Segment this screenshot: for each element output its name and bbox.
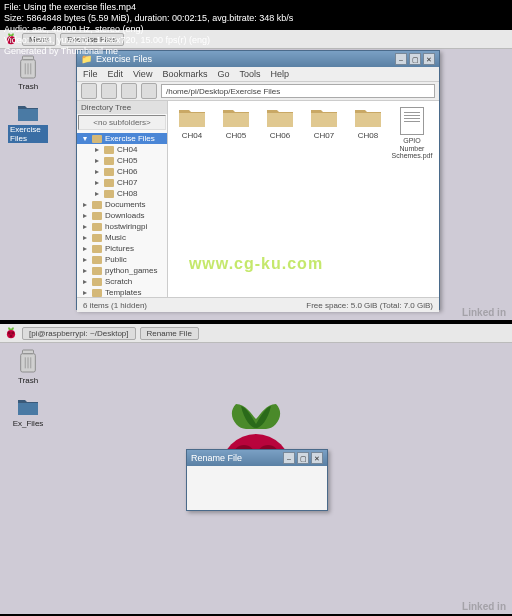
trash-label: Trash	[18, 376, 38, 385]
linkedin-watermark: Linked in	[462, 307, 506, 318]
folder-label: Ex_Files	[13, 419, 44, 428]
tree-header: Directory Tree	[77, 101, 167, 114]
tree-item[interactable]: ▸Public	[77, 254, 167, 265]
tree-item[interactable]: ▸hostwiringpi	[77, 221, 167, 232]
folder-icon	[92, 278, 102, 286]
pdf-item[interactable]: GPIO Number Schemes.pdf	[394, 107, 430, 160]
tree-item[interactable]: ▸Scratch	[77, 276, 167, 287]
tree-item[interactable]: ▸Documents	[77, 199, 167, 210]
desktop[interactable]: Menu Exercise Files Trash Exercise Files…	[0, 30, 512, 320]
minimize-button[interactable]: –	[395, 53, 407, 65]
close-button[interactable]: ✕	[423, 53, 435, 65]
folder-icon	[92, 267, 102, 275]
nav-fwd-icon[interactable]	[101, 83, 117, 99]
svg-rect-14	[23, 350, 34, 354]
tree-item[interactable]: ▸python_games	[77, 265, 167, 276]
tree-item[interactable]: ▸Pictures	[77, 243, 167, 254]
directory-tree: Directory Tree <no subfolders> ▾Exercise…	[77, 101, 168, 297]
folder-icon	[92, 201, 102, 209]
taskbar-item-terminal[interactable]: [pi@raspberrypi: ~/Desktop]	[22, 327, 136, 340]
menu-edit[interactable]: Edit	[108, 69, 124, 79]
tree-item[interactable]: ▸Music	[77, 232, 167, 243]
tree-item[interactable]: ▸CH07	[77, 177, 167, 188]
folder-icon	[92, 212, 102, 220]
pdf-icon	[400, 107, 424, 135]
trash-icon[interactable]: Trash	[8, 54, 48, 91]
svg-point-12	[10, 334, 13, 337]
minimize-button[interactable]: –	[283, 452, 295, 464]
menu-tools[interactable]: Tools	[239, 69, 260, 79]
folder-item[interactable]: CH05	[218, 107, 254, 160]
folder-icon	[104, 168, 114, 176]
folder-icon	[92, 135, 102, 143]
folder-icon	[92, 289, 102, 297]
location-bar: /home/pi/Desktop/Exercise Files	[77, 82, 439, 101]
folder-icon	[92, 245, 102, 253]
dialog-body	[187, 466, 327, 510]
close-button[interactable]: ✕	[311, 452, 323, 464]
tree-item[interactable]: ▸Downloads	[77, 210, 167, 221]
folder-icon	[104, 157, 114, 165]
menu-bookmarks[interactable]: Bookmarks	[162, 69, 207, 79]
folder-item[interactable]: CH06	[262, 107, 298, 160]
folder-icon	[104, 146, 114, 154]
taskbar: [pi@raspberrypi: ~/Desktop] Rename File	[0, 324, 512, 343]
menu-file[interactable]: File	[83, 69, 98, 79]
path-input[interactable]: /home/pi/Desktop/Exercise Files	[161, 84, 435, 98]
tree-item-root[interactable]: ▾Exercise Files	[77, 133, 167, 144]
folder-ex-files[interactable]: Ex_Files	[8, 397, 48, 428]
trash-label: Trash	[18, 82, 38, 91]
status-left: 6 items (1 hidden)	[83, 301, 147, 310]
window-title: Rename File	[191, 453, 242, 463]
taskbar-item-rename[interactable]: Rename File	[140, 327, 199, 340]
folder-exercise-files[interactable]: Exercise Files	[8, 103, 48, 143]
watermark: www.cg-ku.com	[189, 255, 323, 273]
folder-item[interactable]: CH04	[174, 107, 210, 160]
video-metadata: File: Using the exercise files.mp4 Size:…	[0, 0, 297, 59]
tree-item[interactable]: ▸CH04	[77, 144, 167, 155]
menu-view[interactable]: View	[133, 69, 152, 79]
status-bar: 6 items (1 hidden) Free space: 5.0 GiB (…	[77, 297, 439, 312]
tree-no-subfolders[interactable]: <no subfolders>	[78, 115, 166, 130]
rename-dialog: Rename File – ▢ ✕	[186, 449, 328, 511]
raspberry-pi-icon[interactable]	[4, 326, 18, 340]
folder-icon	[92, 256, 102, 264]
tree-item[interactable]: ▸Templates	[77, 287, 167, 297]
tree-item[interactable]: ▸CH08	[77, 188, 167, 199]
desktop[interactable]: [pi@raspberrypi: ~/Desktop] Rename File …	[0, 324, 512, 614]
maximize-button[interactable]: ▢	[409, 53, 421, 65]
trash-icon[interactable]: Trash	[8, 348, 48, 385]
tree-item[interactable]: ▸CH06	[77, 166, 167, 177]
window-titlebar[interactable]: Rename File – ▢ ✕	[187, 450, 327, 466]
menu-help[interactable]: Help	[270, 69, 289, 79]
nav-back-icon[interactable]	[81, 83, 97, 99]
menu-bar: File Edit View Bookmarks Go Tools Help	[77, 67, 439, 82]
folder-item[interactable]: CH08	[350, 107, 386, 160]
folder-label: Exercise Files	[8, 125, 48, 143]
folder-icon	[104, 179, 114, 187]
folder-icon	[92, 223, 102, 231]
svg-point-10	[8, 332, 11, 335]
folder-icon	[92, 234, 102, 242]
nav-up-icon[interactable]	[121, 83, 137, 99]
folder-icon	[104, 190, 114, 198]
folder-item[interactable]: CH07	[306, 107, 342, 160]
status-right: Free space: 5.0 GiB (Total: 7.0 GiB)	[306, 301, 433, 310]
screenshot-bottom: [pi@raspberrypi: ~/Desktop] Rename File …	[0, 324, 512, 614]
screenshot-top: Menu Exercise Files Trash Exercise Files…	[0, 30, 512, 320]
svg-point-11	[11, 332, 14, 335]
home-icon[interactable]	[141, 83, 157, 99]
tree-item[interactable]: ▸CH05	[77, 155, 167, 166]
linkedin-watermark: Linked in	[462, 601, 506, 612]
menu-go[interactable]: Go	[217, 69, 229, 79]
maximize-button[interactable]: ▢	[297, 452, 309, 464]
